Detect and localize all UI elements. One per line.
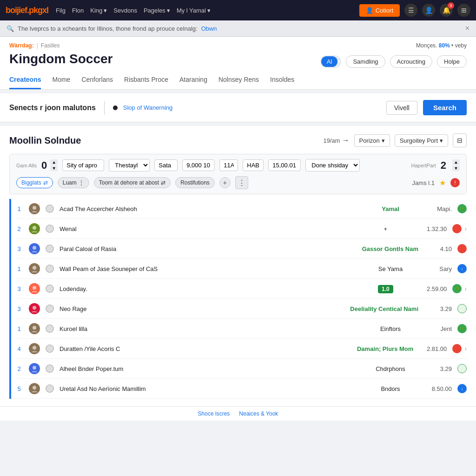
- view-button[interactable]: Vivell: [386, 101, 417, 115]
- status-dot[interactable]: [457, 304, 467, 313]
- status-dot[interactable]: 🌿: [457, 204, 467, 213]
- status-dot[interactable]: [457, 244, 467, 253]
- match-right-value: 3.29: [424, 305, 452, 312]
- match-row[interactable]: 2Wenal+1.32.30›: [15, 219, 467, 239]
- nav-link-sevdons[interactable]: Sevdons: [113, 7, 137, 14]
- chevron-right-icon[interactable]: ›: [464, 225, 467, 232]
- match-row[interactable]: 3Paral Caloal of RasiaGassor Gontls Nam4…: [15, 239, 467, 259]
- filter-link[interactable]: Slop of Wanerning: [123, 104, 172, 111]
- tab-cenforlans[interactable]: Cenforlans: [81, 76, 113, 89]
- chip-toom[interactable]: Toom àt dehore at abost ⇄: [94, 177, 171, 188]
- nav-link-filg[interactable]: Filg: [56, 7, 66, 14]
- chevron-down-icon: ▾: [207, 7, 211, 14]
- search-button[interactable]: Search: [423, 100, 467, 115]
- match-actions: ›: [452, 344, 467, 353]
- sata-input[interactable]: [154, 159, 178, 171]
- match-number: 4: [15, 345, 23, 352]
- footer-link-2[interactable]: Neaices & Yook: [239, 410, 278, 417]
- alert-icon[interactable]: !: [450, 178, 460, 187]
- step-down-button[interactable]: ▼: [50, 165, 58, 171]
- svg-point-7: [46, 265, 53, 272]
- section-title: Moollin Solndue: [9, 135, 81, 146]
- tab-ataraning[interactable]: Ataraning: [179, 76, 207, 89]
- style-select[interactable]: Thestayl: [109, 159, 150, 172]
- surgoitey-dropdown[interactable]: Surgoitey Port ▾: [395, 134, 448, 147]
- breadcrumb-separator: |: [37, 42, 38, 49]
- team-logo-2: [46, 384, 54, 393]
- status-dot[interactable]: [452, 344, 462, 353]
- close-search-button[interactable]: ×: [465, 24, 469, 33]
- number-11a-input[interactable]: [219, 159, 238, 171]
- filter-section: Senects r joon malutons Slop of Wanernin…: [0, 93, 476, 122]
- hapertpart-step-up[interactable]: ▲: [452, 159, 460, 165]
- status-dot[interactable]: ↓: [457, 384, 467, 393]
- match-row[interactable]: 4Duratten /Yile Acoris CDamain; Plurs Mo…: [15, 339, 467, 359]
- match-row[interactable]: 5Uretal Asd No Aerïonic MamillimBndors8.…: [15, 379, 467, 399]
- layout-icon-button[interactable]: ⊟: [453, 133, 467, 147]
- team-logo-2: [46, 284, 54, 293]
- search-notification-bar: 🔍 The lveprcs to a xcheants for Illinos,…: [0, 20, 476, 37]
- status-dot[interactable]: 🌿: [452, 284, 462, 293]
- user-icon: 👤: [425, 7, 433, 14]
- status-dot[interactable]: [457, 364, 467, 373]
- tab-mome[interactable]: Mome: [52, 76, 70, 89]
- nav-link-flon[interactable]: Flon: [72, 7, 84, 14]
- tab-nolnsey[interactable]: Nolnsey Rens: [218, 76, 259, 89]
- done-select[interactable]: Done shsiday: [305, 159, 360, 172]
- acroucting-button[interactable]: Acroucting: [390, 55, 432, 68]
- match-row[interactable]: 1Acad The Accercher AlsheohYamalMapi.🌿: [15, 199, 467, 219]
- number-15000-input[interactable]: [268, 159, 301, 171]
- team-logo-2: [46, 205, 54, 213]
- notifications-button[interactable]: 🔔 9: [440, 4, 453, 17]
- tab-risbants[interactable]: Risbants Proce: [124, 76, 168, 89]
- team-logo-1: [29, 243, 40, 254]
- hapertpart-stepper[interactable]: ▲ ▼: [452, 159, 460, 171]
- toggle-al[interactable]: Al: [321, 56, 338, 67]
- tab-createons[interactable]: Createons: [9, 76, 41, 89]
- chevron-right-icon[interactable]: ›: [464, 285, 467, 292]
- add-filter-button[interactable]: +: [219, 177, 231, 188]
- chip-rostifutions[interactable]: Rostifutions: [175, 177, 215, 188]
- hapertpart-step-down[interactable]: ▼: [452, 165, 460, 171]
- match-row[interactable]: 3Neo RageDeeliality Centical Nami3.29: [15, 299, 467, 319]
- chip-luam[interactable]: Luam ⋮: [58, 177, 89, 188]
- status-dot[interactable]: [452, 224, 462, 233]
- apps-icon-button[interactable]: ⊞: [457, 4, 470, 17]
- nav-right-actions: 👤 Cotiort ☰ 👤 🔔 9 ⊞: [359, 4, 470, 17]
- match-row[interactable]: 1Kuroel lillaEinftorsJent🌿: [15, 319, 467, 339]
- samdling-button[interactable]: Samdling: [346, 55, 385, 68]
- nav-dropdown-king[interactable]: King ▾: [90, 7, 107, 14]
- hab-input[interactable]: [243, 159, 264, 171]
- step-up-button[interactable]: ▲: [50, 159, 58, 165]
- match-row[interactable]: 1Wall Peam of Jase Souneper of CaSSe Yam…: [15, 259, 467, 279]
- user-icon-button[interactable]: 👤: [422, 4, 435, 17]
- footer-link-1[interactable]: Shoce lscres: [198, 410, 230, 417]
- match-center-info: Deeliality Centical Nami: [350, 305, 418, 312]
- chevron-right-icon[interactable]: ›: [464, 345, 467, 352]
- value-stepper[interactable]: ▲ ▼: [50, 159, 58, 171]
- status-dot[interactable]: 🌿: [457, 324, 467, 333]
- svg-point-12: [33, 326, 36, 330]
- holpe-button[interactable]: Holpe: [437, 55, 467, 68]
- logo[interactable]: boijief.pkgxl: [6, 6, 48, 15]
- more-filters-button[interactable]: ⋮: [235, 176, 248, 189]
- star-icon[interactable]: ★: [439, 178, 446, 187]
- city-input[interactable]: [62, 159, 104, 171]
- search-bar-link[interactable]: Obwn: [201, 25, 217, 32]
- nav-dropdown-pageles[interactable]: Pageles ▾: [144, 7, 170, 14]
- filter-status-dot: [113, 106, 118, 110]
- match-row[interactable]: 3Lodenday.1.02.59.00🌿›: [15, 279, 467, 299]
- match-actions: ↓: [457, 264, 467, 273]
- number-9000-input[interactable]: [182, 159, 215, 171]
- status-dot[interactable]: ↓: [457, 264, 467, 273]
- tab-insoldes[interactable]: Insoldes: [270, 76, 294, 89]
- menu-icon-button[interactable]: ☰: [404, 4, 417, 17]
- match-row[interactable]: 2Alheel Bnder Poper.tumChdrphons3.29: [15, 359, 467, 379]
- nav-dropdown-yamal[interactable]: My l Yamal ▾: [177, 7, 211, 14]
- cta-button[interactable]: 👤 Cotiort: [359, 4, 400, 17]
- breadcrumb-label: Wàrrdag:: [9, 42, 34, 49]
- chip-bigglats[interactable]: Bigglats ⇄: [16, 177, 53, 188]
- match-right-value: 8.50.00: [424, 385, 452, 392]
- porizon-dropdown[interactable]: Porizon ▾: [354, 134, 390, 147]
- notification-badge: 9: [448, 2, 454, 9]
